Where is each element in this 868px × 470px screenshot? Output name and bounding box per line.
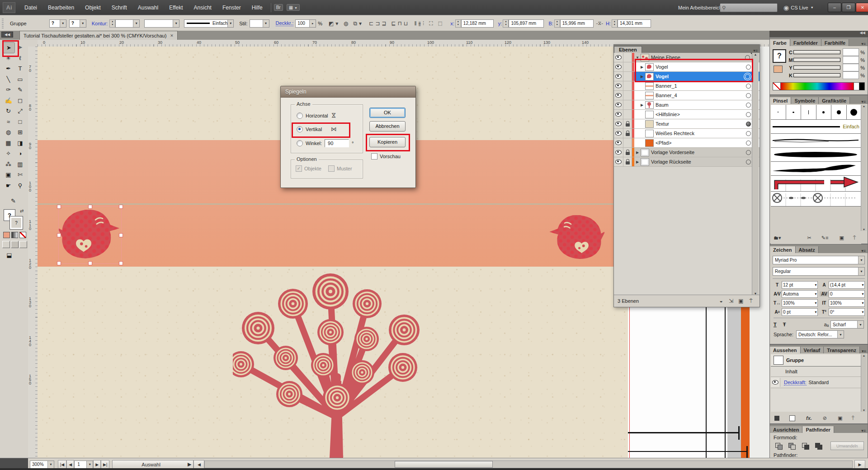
brush-options-icon[interactable]: ✎≡ <box>821 235 829 241</box>
baseline-field[interactable]: 0 pt▼ <box>782 308 818 316</box>
font-family-combo[interactable]: Myriad Pro▼ <box>773 256 865 264</box>
layer-lock-toggle[interactable] <box>623 100 632 109</box>
brush-libraries-icon[interactable]: 🖿▾ <box>774 235 781 241</box>
duplicate-item-icon[interactable]: ▣ <box>838 415 842 421</box>
opacity-field[interactable]: 100▸ <box>295 19 316 28</box>
align-icons[interactable]: ⊏⊐⊒ ⊑⊓⊔ <box>369 20 410 27</box>
objekte-checkbox[interactable]: ✓Objekte <box>296 165 321 172</box>
calligraphic-brush-row[interactable] <box>771 105 861 120</box>
tool-13-0[interactable]: ☛ <box>3 180 14 191</box>
tab-close-icon[interactable]: ✕ <box>170 33 174 38</box>
new-brush-icon[interactable]: ▣ <box>839 235 844 241</box>
menu-effekt[interactable]: Effekt <box>164 0 188 15</box>
height-stepper[interactable]: ▴▾ <box>612 19 618 28</box>
layer-visibility-toggle[interactable] <box>614 81 623 90</box>
status-indicator[interactable]: Auswahl▶ <box>112 460 193 469</box>
stroke-weight-label[interactable]: Kontur: <box>92 21 108 26</box>
next-artboard-button[interactable]: ▶ <box>93 460 101 469</box>
none-button[interactable] <box>19 232 26 238</box>
layer-visibility-toggle[interactable] <box>614 100 623 109</box>
ornament-pattern-brush-row[interactable] <box>771 192 861 207</box>
layer-thumbnail[interactable] <box>645 139 654 147</box>
window-minimize-button[interactable]: – <box>828 3 841 12</box>
angle-input[interactable]: 90 <box>325 139 349 147</box>
tool-8-0[interactable]: ◍ <box>3 127 14 137</box>
layer-visibility-toggle[interactable] <box>614 110 623 119</box>
scroll-left-button[interactable]: ◀ <box>193 460 204 469</box>
last-color-swatch[interactable] <box>774 66 783 73</box>
recolor-artwork-icons[interactable]: ◩▾ ◍ ⧉▾ <box>329 20 363 27</box>
panel-menu-icon[interactable]: ▾≡ <box>859 428 868 433</box>
ok-button[interactable]: OK <box>369 108 406 118</box>
einfach-brush-row[interactable]: Einfach <box>771 120 861 134</box>
rotation-field[interactable]: 0°▼ <box>829 308 865 316</box>
radio-winkel[interactable]: Winkel: 90 ° <box>297 139 354 147</box>
selection-handle[interactable] <box>119 205 123 209</box>
panel-menu-icon[interactable]: ▾≡ <box>859 99 868 104</box>
vorschau-checkbox[interactable]: Vorschau <box>371 153 401 160</box>
disclosure-icon[interactable]: ▶ <box>635 160 640 164</box>
panel-menu-icon[interactable]: ▾≡ <box>859 249 868 253</box>
selection-handle[interactable] <box>119 261 123 265</box>
tab-farbe[interactable]: Farbe <box>770 39 790 46</box>
tool-12-0[interactable]: ▣ <box>3 169 14 180</box>
layer-target-icon[interactable] <box>746 93 751 98</box>
make-mask-icon[interactable]: ◒ <box>716 298 726 304</box>
shape-mode-minus-front[interactable] <box>787 442 796 450</box>
shape-mode-intersect[interactable] <box>800 442 810 450</box>
eye-icon[interactable] <box>772 380 778 385</box>
layer-row-10[interactable]: ▶Vorlage Vorderseite <box>614 148 760 157</box>
search-input[interactable]: ⚲ <box>720 3 778 12</box>
radio-horizontal[interactable]: Horizontal ⋈ <box>297 112 337 119</box>
layer-lock-toggle[interactable] <box>623 148 632 157</box>
layer-visibility-toggle[interactable] <box>614 91 623 100</box>
layer-row-4[interactable]: Banner_4 <box>614 91 760 100</box>
brushes-scrollbar[interactable]: ▲▼ <box>861 105 867 231</box>
tool-10-1[interactable]: ◑ <box>14 148 26 159</box>
layer-target-icon[interactable] <box>746 131 751 136</box>
tool-5-1[interactable]: ◻ <box>14 95 26 106</box>
arrow-pattern-brush-row[interactable] <box>771 176 861 192</box>
layer-name[interactable]: Vorlage Rückseite <box>651 159 691 164</box>
layer-lock-toggle[interactable] <box>623 110 632 119</box>
panel-menu-icon[interactable]: ▾≡ <box>860 349 868 353</box>
layer-lock-toggle[interactable] <box>623 81 632 90</box>
tab-farbfelder[interactable]: Farbfelder <box>790 39 821 46</box>
tab-zeichen[interactable]: Zeichen <box>770 246 796 253</box>
menu-fenster[interactable]: Fenster <box>217 0 246 15</box>
artboard-number-combo[interactable]: 1▼ <box>74 461 93 469</box>
zoom-level-combo[interactable]: 300%▼ <box>30 461 54 469</box>
artistic-brush-row[interactable] <box>771 162 861 176</box>
stroke-weight-stepper[interactable]: ▴▾ <box>109 19 115 28</box>
layer-target-icon[interactable] <box>746 122 751 127</box>
shape-mode-unite[interactable] <box>774 442 783 450</box>
layer-row-9[interactable]: <Pfad> <box>614 138 760 148</box>
layer-thumbnail[interactable] <box>641 149 649 156</box>
x-stepper[interactable]: ▴▾ <box>455 19 461 28</box>
tool-11-0[interactable]: ⁂ <box>3 159 14 169</box>
reflect-dialog[interactable]: Spiegeln Achse Horizontal ⋈ Vertikal ⋈ W… <box>280 86 416 188</box>
tool-11-1[interactable]: ▥ <box>14 159 26 169</box>
window-close-button[interactable]: ✕ <box>856 3 868 12</box>
tree-artwork[interactable] <box>233 268 441 458</box>
clear-appearance-icon[interactable]: ⊘ <box>823 415 827 421</box>
layer-thumbnail[interactable] <box>645 92 654 99</box>
tool-13-1[interactable]: ⚲ <box>14 180 26 191</box>
variable-width-combo[interactable]: ▼ <box>144 19 179 28</box>
layer-lock-toggle[interactable] <box>623 129 632 138</box>
tool-4-1[interactable]: ✎ <box>14 85 26 95</box>
tab-ausrichten[interactable]: Ausrichten <box>770 426 802 433</box>
shear-tool-icon[interactable]: ✎ <box>8 196 19 206</box>
layer-lock-toggle[interactable] <box>623 62 632 71</box>
layer-target-icon[interactable] <box>746 112 751 117</box>
color-button[interactable] <box>3 232 10 238</box>
swap-fill-stroke-icon[interactable]: ⇄ <box>20 208 24 213</box>
layer-thumbnail[interactable] <box>645 111 654 118</box>
k-slider[interactable] <box>793 73 840 77</box>
draw-normal-button[interactable] <box>2 241 10 248</box>
language-combo[interactable]: Deutsch: Refor...▼ <box>796 330 844 338</box>
cs-live-menu[interactable]: ◉ CS Live ▼ <box>783 0 814 15</box>
delete-brush-icon[interactable]: ⍑ <box>853 235 856 241</box>
tool-9-1[interactable]: ◨ <box>14 138 26 148</box>
selection-handle[interactable] <box>88 205 92 209</box>
